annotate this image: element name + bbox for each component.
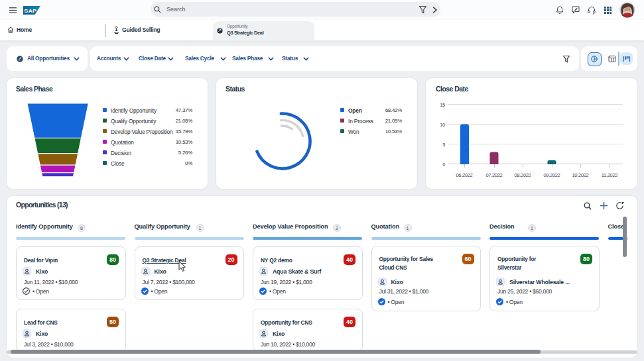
svg-text:09.2022: 09.2022 [543, 172, 560, 178]
svg-text:5: 5 [442, 142, 445, 148]
svg-text:06.2022: 06.2022 [456, 172, 472, 178]
svg-text:10: 10 [440, 122, 445, 128]
svg-text:0: 0 [442, 162, 445, 168]
svg-text:15: 15 [440, 102, 445, 108]
svg-text:07.2022: 07.2022 [485, 172, 502, 178]
svg-text:08.2022: 08.2022 [514, 172, 531, 178]
svg-text:10.2022: 10.2022 [572, 172, 588, 178]
svg-text:11.2022: 11.2022 [602, 172, 618, 178]
svg-text:SAP: SAP [24, 9, 37, 13]
